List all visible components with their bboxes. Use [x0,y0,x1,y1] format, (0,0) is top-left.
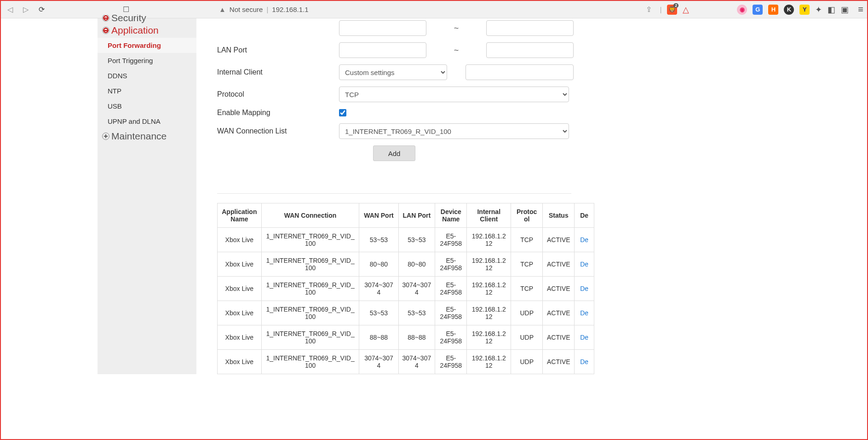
table-row: Xbox Live1_INTERNET_TR069_R_VID_10088~88… [218,325,594,350]
lan-port-label: LAN Port [217,46,339,54]
wan-connection-list-label: WAN Connection List [217,127,339,135]
cell-wan: 1_INTERNET_TR069_R_VID_100 [261,277,359,301]
brave-shield-icon[interactable]: 🦁2 [667,5,677,15]
th-status: Status [543,203,575,228]
th-wan-connection: WAN Connection [261,203,359,228]
cell-internal-client: 192.168.1.212 [467,350,511,374]
extensions-icon[interactable]: ✦ [815,5,822,15]
url-separator: | [266,6,268,13]
cell-wan-port: 53~53 [359,228,398,252]
th-application-name: Application Name [218,203,262,228]
sidebar-item-ntp[interactable]: NTP [98,83,196,98]
cell-device: E5-24F958 [435,350,467,374]
table-header-row: Application Name WAN Connection WAN Port… [218,203,594,228]
back-button[interactable]: ◁ [5,4,16,15]
internal-client-select[interactable]: Custom settings [339,64,447,80]
sidebar-section-application[interactable]: Application [98,23,196,38]
sidebar: Security Application Port Forwarding Por… [98,18,196,374]
enable-mapping-checkbox[interactable] [339,109,346,116]
cell-delete[interactable]: De [575,325,594,350]
th-protocol: Protocol [511,203,543,228]
cell-app: Xbox Live [218,301,262,325]
forward-button[interactable]: ▷ [20,4,31,15]
wan-connection-select[interactable]: 1_INTERNET_TR069_R_VID_100 [339,123,569,139]
cell-wan: 1_INTERNET_TR069_R_VID_100 [261,301,359,325]
sidebar-item-ddns[interactable]: DDNS [98,68,196,83]
sidebar-item-upnp-dlna[interactable]: UPNP and DLNA [98,114,196,129]
cell-protocol: UDP [511,350,543,374]
cell-wan: 1_INTERNET_TR069_R_VID_100 [261,325,359,350]
cell-internal-client: 192.168.1.212 [467,228,511,252]
wan-port-end-input[interactable] [486,20,574,36]
cell-device: E5-24F958 [435,277,467,301]
reload-button[interactable]: ⟳ [36,4,47,15]
table-row: Xbox Live1_INTERNET_TR069_R_VID_1003074~… [218,350,594,374]
wallet-icon[interactable]: ▣ [841,5,849,15]
main-content: ~ LAN Port ~ Internal Client Custom sett… [196,18,712,374]
cell-internal-client: 192.168.1.212 [467,301,511,325]
cell-wan-port: 53~53 [359,301,398,325]
cell-status: ACTIVE [543,277,575,301]
brave-triangle-icon[interactable]: △ [683,5,689,15]
cell-app: Xbox Live [218,252,262,277]
add-button[interactable]: Add [373,145,415,161]
menu-icon[interactable]: ≡ [858,4,863,15]
cell-lan-port: 53~53 [398,228,435,252]
sidebar-item-usb[interactable]: USB [98,98,196,114]
cell-delete[interactable]: De [575,252,594,277]
cell-status: ACTIVE [543,325,575,350]
google-translate-icon[interactable]: G [753,5,763,15]
cell-lan-port: 3074~3074 [398,350,435,374]
extension-icon-1[interactable]: ◉ [737,5,747,15]
cell-protocol: UDP [511,325,543,350]
divider [217,193,571,194]
extension-icon-y[interactable]: Y [799,5,810,15]
sidebar-item-port-triggering[interactable]: Port Triggering [98,53,196,68]
url-text: 192.168.1.1 [272,6,308,13]
cell-protocol: UDP [511,301,543,325]
sidebar-section-maintenance[interactable]: Maintenance [98,129,196,144]
extension-icon-k[interactable]: K [784,5,794,15]
cell-internal-client: 192.168.1.212 [467,252,511,277]
cell-delete[interactable]: De [575,301,594,325]
bookmark-icon[interactable]: ☐ [121,4,132,15]
sidebar-item-port-forwarding[interactable]: Port Forwarding [98,38,196,53]
cell-delete[interactable]: De [575,228,594,252]
cell-internal-client: 192.168.1.212 [467,325,511,350]
sidepanel-icon[interactable]: ◧ [828,5,835,15]
cell-status: ACTIVE [543,228,575,252]
lan-port-end-input[interactable] [486,42,574,58]
port-forwarding-table: Application Name WAN Connection WAN Port… [217,203,594,374]
sidebar-application-label: Application [111,25,159,36]
sidebar-section-security[interactable]: Security [98,15,196,23]
th-lan-port: LAN Port [398,203,435,228]
range-tilde: ~ [431,23,482,33]
extension-icon-h[interactable]: H [768,5,778,15]
address-bar[interactable]: ▲ Not secure | 192.168.1.1 [219,6,309,13]
cell-protocol: TCP [511,277,543,301]
internal-client-input[interactable] [466,64,574,80]
protocol-select[interactable]: TCP [339,87,569,102]
cell-device: E5-24F958 [435,228,467,252]
collapse-icon [102,15,109,22]
cell-lan-port: 53~53 [398,301,435,325]
cell-delete[interactable]: De [575,350,594,374]
cell-lan-port: 80~80 [398,252,435,277]
cell-wan: 1_INTERNET_TR069_R_VID_100 [261,228,359,252]
cell-device: E5-24F958 [435,301,467,325]
protocol-label: Protocol [217,90,339,98]
internal-client-label: Internal Client [217,68,339,76]
cell-device: E5-24F958 [435,252,467,277]
lan-port-start-input[interactable] [339,42,426,58]
wan-port-start-input[interactable] [339,20,426,36]
cell-wan-port: 3074~3074 [359,277,398,301]
cell-status: ACTIVE [543,252,575,277]
table-row: Xbox Live1_INTERNET_TR069_R_VID_10053~53… [218,301,594,325]
enable-mapping-label: Enable Mapping [217,109,339,117]
cell-app: Xbox Live [218,277,262,301]
share-icon[interactable]: ⇪ [644,4,655,15]
cell-protocol: TCP [511,252,543,277]
cell-wan-port: 80~80 [359,252,398,277]
cell-delete[interactable]: De [575,277,594,301]
security-label: Not secure [230,6,263,13]
